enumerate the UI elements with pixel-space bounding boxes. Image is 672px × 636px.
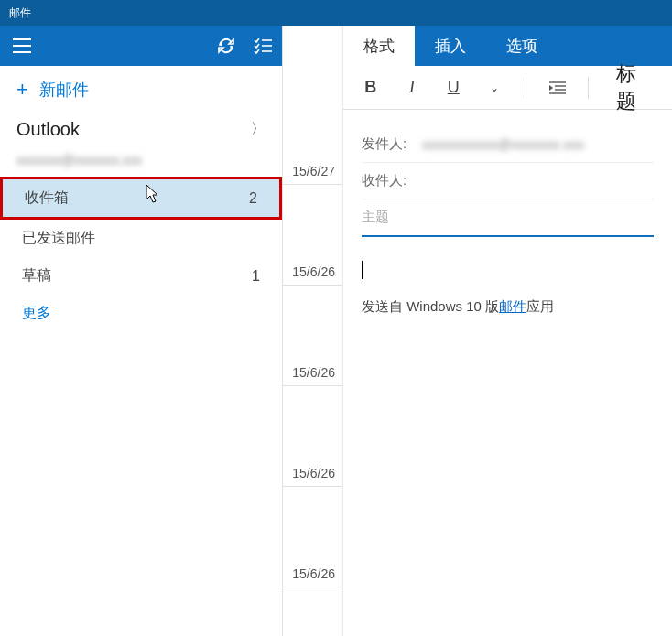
compose-body[interactable]: 发送自 Windows 10 版邮件应用	[343, 244, 672, 332]
tab-label: 选项	[506, 36, 537, 57]
sync-icon[interactable]	[216, 36, 236, 56]
subject-placeholder: 主题	[362, 209, 389, 226]
tab-label: 插入	[435, 36, 466, 57]
mail-list-date[interactable]: 15/6/26	[283, 286, 342, 386]
compose-fields: 发件人: xxxxxxxxxxx@xxxxxxx.xxx 收件人: 主题	[343, 110, 672, 244]
plus-icon: +	[16, 80, 28, 100]
toolbar-divider	[588, 77, 589, 99]
format-toolbar: B I U ⌄ 标题	[343, 66, 672, 110]
folder-label: 更多	[22, 304, 51, 323]
title-bar: 邮件	[0, 0, 672, 26]
font-dropdown-icon[interactable]: ⌄	[484, 81, 505, 94]
signature-suffix: 应用	[526, 298, 554, 314]
new-mail-button[interactable]: + 新邮件	[0, 66, 282, 113]
signature-prefix: 发送自 Windows 10 版	[362, 298, 499, 314]
account-name: Outlook	[16, 119, 80, 140]
sidebar: + 新邮件 Outlook 〉 xxxxxxx@xxxxxxx.xxx 收件箱 …	[0, 26, 282, 636]
tab-label: 格式	[363, 36, 395, 57]
italic-button[interactable]: I	[401, 78, 422, 97]
folder-label: 已发送邮件	[22, 229, 95, 248]
mail-list-date[interactable]: 15/6/21	[283, 587, 342, 636]
hamburger-icon[interactable]	[9, 33, 35, 59]
folder-label: 草稿	[22, 266, 51, 286]
mouse-cursor-icon	[146, 185, 161, 203]
signature-link[interactable]: 邮件	[499, 298, 526, 314]
svg-rect-2	[13, 51, 31, 53]
mail-list-date[interactable]: 15/6/27	[283, 66, 342, 185]
new-mail-label: 新邮件	[39, 79, 89, 101]
tab-insert[interactable]: 插入	[415, 26, 486, 66]
account-selector[interactable]: Outlook 〉	[0, 113, 282, 153]
text-cursor	[362, 261, 363, 279]
to-label: 收件人:	[362, 172, 413, 189]
svg-rect-1	[13, 45, 31, 47]
folder-inbox[interactable]: 收件箱 2	[0, 177, 282, 220]
bold-button[interactable]: B	[360, 78, 381, 97]
select-icon[interactable]	[253, 36, 273, 56]
toolbar-divider	[526, 77, 526, 99]
tab-format[interactable]: 格式	[343, 26, 415, 66]
heading-button[interactable]: 标题	[616, 60, 656, 115]
from-value: xxxxxxxxxxx@xxxxxxx.xxx	[422, 136, 654, 152]
folder-list: 收件箱 2 已发送邮件 草稿 1 更多	[0, 177, 282, 332]
svg-rect-0	[13, 38, 31, 40]
folder-drafts[interactable]: 草稿 1	[0, 257, 282, 295]
signature: 发送自 Windows 10 版邮件应用	[362, 298, 654, 316]
app-title: 邮件	[9, 5, 31, 21]
mail-list-date[interactable]: 15/6/26	[283, 487, 342, 587]
from-label: 发件人:	[362, 135, 413, 153]
mail-list-column: 15/6/27 15/6/26 15/6/26 15/6/26 15/6/26 …	[282, 26, 342, 636]
account-email: xxxxxxx@xxxxxxx.xxx	[0, 153, 282, 177]
folder-count: 2	[249, 190, 257, 207]
subject-field[interactable]: 主题	[362, 199, 654, 237]
to-field[interactable]: 收件人:	[362, 163, 654, 199]
chevron-right-icon: 〉	[251, 120, 266, 139]
mail-list-date[interactable]: 15/6/26	[283, 386, 342, 487]
from-field[interactable]: 发件人: xxxxxxxxxxx@xxxxxxx.xxx	[362, 126, 654, 163]
underline-button[interactable]: U	[443, 78, 464, 97]
compose-panel: 格式 插入 选项 B I U ⌄ 标题	[342, 26, 672, 636]
sidebar-top-bar	[0, 26, 282, 66]
tab-options[interactable]: 选项	[486, 26, 558, 66]
mail-list-date[interactable]: 15/6/26	[283, 185, 342, 286]
folder-more[interactable]: 更多	[0, 295, 282, 332]
folder-sent[interactable]: 已发送邮件	[0, 220, 282, 257]
folder-label: 收件箱	[25, 189, 69, 208]
folder-count: 1	[252, 268, 260, 285]
indent-icon[interactable]	[547, 81, 568, 94]
